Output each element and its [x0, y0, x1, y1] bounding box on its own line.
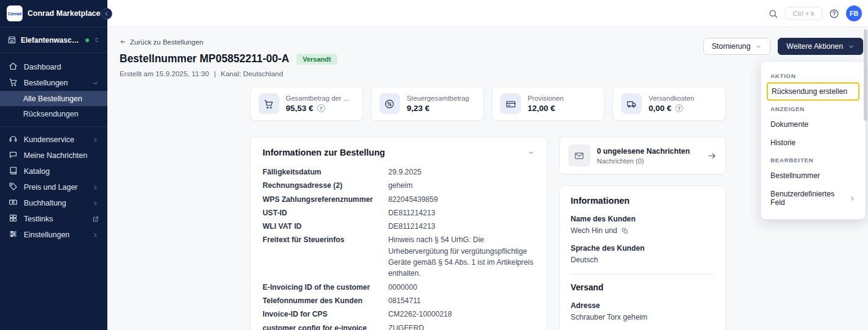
menu-item-dokumente[interactable]: Dokumente — [761, 115, 865, 134]
weitere-aktionen-label: Weitere Aktionen — [786, 42, 843, 51]
weitere-aktionen-button[interactable]: Weitere Aktionen — [778, 38, 863, 55]
chevron-right-icon — [849, 195, 856, 202]
order-info-row: Telefonnummer des Kunden08154711 — [263, 295, 534, 306]
tag-icon — [9, 182, 18, 193]
field-value: 0000000 — [389, 282, 534, 293]
content-columns: Informationen zur Bestellung Fälligkeits… — [250, 137, 726, 330]
field-label: Invoice-ID for CPS — [263, 309, 382, 320]
menu-item-historie[interactable]: Historie — [761, 134, 865, 152]
sidebar-item-alle-bestellungen[interactable]: Alle Bestellungen — [0, 91, 107, 106]
sidebar-item-katalog[interactable]: Katalog — [0, 163, 107, 179]
grid-icon — [9, 213, 18, 224]
order-meta: Erstellt am 15.9.2025, 11:30 | Kanal: De… — [120, 70, 856, 78]
content: Gesamtbetrag der ... 95,53 €? Steuergesa… — [250, 87, 726, 330]
order-info-row: E-Invoicing ID of the customer0000000 — [263, 282, 534, 293]
sidebar-item-label: Preis und Lager — [24, 183, 77, 192]
search-shortcut[interactable]: Ctrl + k — [785, 7, 822, 20]
messages-card[interactable]: 0 ungelesene Nachrichten Nachrichten (0) — [559, 137, 726, 174]
sidebar-item-testlinks[interactable]: Testlinks — [0, 211, 107, 227]
menu-item-bestellnummer[interactable]: Bestellnummer — [761, 167, 865, 185]
field-label: Name des Kunden — [571, 215, 714, 223]
info-icon[interactable]: ? — [675, 104, 683, 112]
field-label: Telefonnummer des Kunden — [263, 295, 382, 306]
field-value: Hinweis nach § 54 UrhG: Die Urhebervergü… — [389, 234, 534, 279]
help-icon[interactable] — [829, 9, 839, 19]
stornierung-button[interactable]: Stornierung — [703, 38, 771, 55]
order-info-row: Freitext für SteuerinfosHinweis nach § 5… — [263, 234, 534, 279]
channel: Kanal: Deutschland — [221, 70, 283, 78]
customer-info-card: Informationen Name des Kunden Wech Hin u… — [559, 185, 726, 330]
back-link[interactable]: Zurück zu Bestellungen — [120, 38, 203, 46]
order-info-row: Rechnungsadresse (2)geheim — [263, 180, 534, 191]
header-actions: Stornierung Weitere Aktionen — [703, 38, 863, 55]
kpi-card-provisionen: Provisionen 12,00 € — [492, 87, 604, 121]
sidebar-item-meine-nachrichten[interactable]: Meine Nachrichten — [0, 148, 107, 163]
collapse-card-button[interactable] — [528, 149, 534, 156]
created-at: Erstellt am 15.9.2025, 11:30 — [120, 70, 209, 78]
sidebar-item-buchhaltung[interactable]: Buchhaltung — [0, 195, 107, 211]
chevron-down-icon — [755, 43, 762, 50]
kpi-label: Provisionen — [528, 95, 564, 102]
field-label: WPS Zahlungsreferenznummer — [263, 194, 382, 205]
order-info-row: Fälligkeitsdatum29.9.2025 — [263, 167, 534, 178]
field-label: WLI VAT ID — [263, 221, 382, 232]
chevron-right-icon — [92, 184, 99, 191]
field-value: DE811214213 — [389, 207, 534, 218]
sidebar-item-label: Einstellungen — [24, 231, 70, 239]
chevron-right-icon — [92, 200, 99, 207]
search-icon[interactable] — [768, 9, 778, 19]
page-title: Bestellnummer MP05852211-00-A — [120, 52, 289, 65]
address-label: Adresse — [571, 301, 714, 310]
menu-item-ruecksendung-erstellen[interactable]: Rücksendung erstellen — [767, 82, 859, 101]
sidebar-item-preis-und-lager[interactable]: Preis und Lager — [0, 179, 107, 195]
store-name: Elefantenwaschanl... — [21, 36, 81, 45]
field-label: UST-ID — [263, 207, 382, 218]
kpi-value: 95,53 € — [286, 104, 314, 113]
sidebar-nav: Dashboard Bestellungen Alle Bestellungen… — [0, 53, 107, 243]
sidebar-item-label: Testlinks — [24, 215, 53, 223]
arrow-left-icon — [120, 38, 126, 45]
menu-item-benutzerdefiniertes-feld[interactable]: Benutzerdefiniertes Feld — [761, 185, 865, 212]
info-card-title: Informationen — [571, 196, 714, 206]
field-value: ZUGFERD — [389, 323, 534, 330]
sidebar-item-einstellungen[interactable]: Einstellungen — [0, 227, 107, 243]
vertical-scrollbar[interactable] — [864, 29, 867, 121]
card-icon — [500, 93, 521, 114]
banknote-icon — [9, 198, 18, 209]
shipping-title: Versand — [571, 283, 714, 292]
sidebar-item-label: Bestellungen — [24, 79, 68, 87]
field-value: 29.9.2025 — [389, 167, 534, 178]
order-info-title: Informationen zur Bestellung — [263, 148, 386, 157]
info-icon[interactable]: ? — [317, 104, 325, 112]
sidebar-item-ruecksendungen[interactable]: Rücksendungen — [0, 106, 107, 121]
sidebar-collapse-button[interactable] — [101, 8, 112, 20]
cart-icon — [259, 93, 279, 114]
chevron-right-icon — [92, 137, 99, 143]
field-value: 822045439859 — [389, 194, 534, 205]
sidebar-item-label: Alle Bestellungen — [23, 95, 82, 103]
sidebar-item-dashboard[interactable]: Dashboard — [0, 59, 107, 75]
field-label: Sprache des Kunden — [571, 244, 714, 253]
sidebar: Conrad Conrad Marketplace Elefantenwasch… — [0, 0, 107, 330]
sidebar-item-label: Katalog — [24, 167, 49, 176]
copy-icon[interactable] — [622, 228, 628, 234]
kpi-card-versandkosten: Versandkosten 0,00 €? — [612, 87, 725, 121]
sidebar-item-bestellungen[interactable]: Bestellungen — [0, 75, 107, 91]
field-value: Wech Hin und — [571, 226, 617, 235]
truck-icon — [621, 93, 642, 114]
avatar[interactable]: FB — [846, 5, 862, 21]
menu-item-label: Benutzerdefiniertes Feld — [770, 190, 845, 207]
book-icon — [9, 166, 18, 177]
sidebar-item-kundenservice[interactable]: Kundenservice — [0, 132, 107, 148]
order-info-rows: Fälligkeitsdatum29.9.2025 Rechnungsadres… — [263, 167, 534, 330]
store-selector[interactable]: Elefantenwaschanl... — [0, 27, 107, 53]
order-info-row: UST-IDDE811214213 — [263, 207, 534, 218]
status-badge: Versandt — [296, 54, 337, 65]
sidebar-item-label: Kundenservice — [24, 135, 74, 144]
chat-icon — [9, 150, 18, 161]
chevron-down-icon — [92, 80, 99, 87]
kpi-label: Versandkosten — [648, 95, 694, 102]
conrad-logo-text: Conrad — [8, 12, 22, 16]
field-label: customer config for e-invoice format ... — [263, 323, 382, 330]
sliders-icon — [9, 229, 18, 240]
